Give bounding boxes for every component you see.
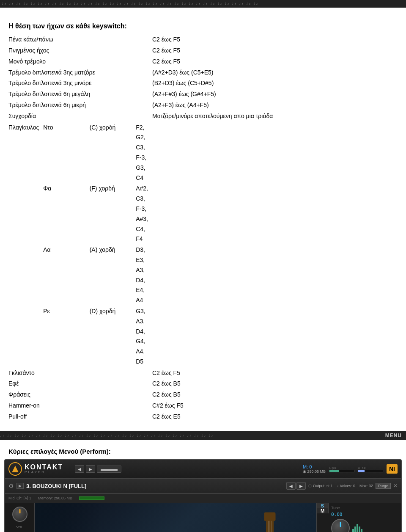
cpu-bar <box>329 470 354 472</box>
cpu-bar-fill <box>329 470 339 472</box>
tune-controls[interactable] <box>331 519 398 532</box>
instrument-left-sidebar: VOL <box>5 503 35 532</box>
nav-back-button[interactable]: ◀ <box>75 465 84 473</box>
level-bar-4 <box>359 526 360 532</box>
nav-forward-button[interactable]: ▶ <box>86 465 95 473</box>
table-row: Πνιγμένος ήχοςC2 έως F5 <box>8 45 393 56</box>
level-bar-3 <box>357 524 358 532</box>
kontakt-subtitle: PLAYER <box>25 471 63 474</box>
tune-label: Tune <box>331 506 398 510</box>
table-row: Pull-offC2 έως E5 <box>8 411 393 422</box>
expand-button[interactable]: ▶ <box>16 483 24 489</box>
gear-icon[interactable]: ⚙ <box>8 482 14 489</box>
menu-bar: ♩♪ ♩♪ ♩♪ ♩♪ ♩♪ ♩♪ ♩♪ ♩♪ ♩♪ ♩♪ ♩♪ ♩♪ ♩♪ ♩… <box>0 431 406 440</box>
main-knob[interactable] <box>12 507 27 522</box>
table-row: Hammer-onC#2 έως F5 <box>8 400 393 411</box>
output-info: ⬡ Output: st.1 <box>308 484 332 488</box>
kontakt-player: KONTAKT PLAYER ◀ ▶ ▬▬▬▬ M: 0 ◉ 290.05 MB… <box>4 459 402 532</box>
file-button[interactable]: ▬▬▬▬ <box>97 466 121 473</box>
inst-nav[interactable]: ◀ ▶ <box>286 482 306 490</box>
inst-forward-button[interactable]: ▶ <box>296 482 306 490</box>
memory-bar <box>79 496 104 500</box>
main-section-heading: Κύριες επιλογές Μενού (Perform): <box>0 440 406 459</box>
kontakt-text-logo: KONTAKT PLAYER <box>25 464 63 474</box>
solo-button[interactable]: S <box>317 503 329 508</box>
table-row: Τρέμολο διπλοπενιά 3ης ματζόρε(A#2+D3) έ… <box>8 67 393 78</box>
disk-bar-fill <box>358 470 365 472</box>
kontakt-header: KONTAKT PLAYER ◀ ▶ ▬▬▬▬ M: 0 ◉ 290.05 MB… <box>5 460 401 479</box>
table-row: ΦράσειςC2 έως B5 <box>8 389 393 400</box>
disk-stat: Disk <box>358 466 383 472</box>
text-section: Η θέση των ήχων σε κάθε keyswitch: Πένα … <box>0 8 406 431</box>
knob-label: VOL <box>16 525 23 529</box>
instrument-name: 3. BOUZOUKI N [FULL] <box>26 483 284 489</box>
level-bar-5 <box>361 529 362 532</box>
table-row: ΓκλισάντοC2 έως F5 <box>8 368 393 379</box>
midi-ch-info: Midi Ch: [A] 1 <box>8 496 31 500</box>
close-icon[interactable]: ✕ <box>393 483 398 489</box>
table-row: Τρέμολο διπλοπενιά 6η μεγάλη(A2+F#3) έως… <box>8 89 393 100</box>
inst-back-button[interactable]: ◀ <box>286 482 296 490</box>
floral-left-decoration: ❀ <box>35 503 102 532</box>
table-row: Πένα κάτω/πάνωC2 έως F5 <box>8 34 393 45</box>
table-row: Τρέμολο διπλοπενιά 3ης μινόρε(B2+D3) έως… <box>8 78 393 89</box>
kontakt-logo: KONTAKT PLAYER <box>8 462 63 476</box>
keyswitch-table: Πένα κάτω/πάνωC2 έως F5Πνιγμένος ήχοςC2 … <box>8 34 393 422</box>
section-title: Η θέση των ήχων σε κάθε keyswitch: <box>8 20 393 32</box>
instrument-info-row: Midi Ch: [A] 1 Memory: 290.05 MB <box>5 494 401 503</box>
instrument-main: VOL ❀ <box>5 503 401 532</box>
tune-section: Tune 0.00 <box>329 503 401 532</box>
disk-bar <box>358 470 383 472</box>
instrument-row: ⚙ ▶ 3. BOUZOUKI N [FULL] ◀ ▶ ⬡ Output: s… <box>5 479 401 494</box>
level-bar-1 <box>352 529 354 532</box>
logo-circle <box>8 462 22 476</box>
plagiaulos-table: ΠλαγίαυλοςΝτο(C) χορδήF2, G2, C3, F-3, G… <box>8 122 148 367</box>
max-info: Max: 32 <box>359 484 373 488</box>
border-pattern: ♩♪ ♩♪ ♩♪ ♩♪ ♩♪ ♩♪ ♩♪ ♩♪ ♩♪ ♩♪ ♩♪ ♩♪ ♩♪ ♩… <box>2 2 259 6</box>
tune-display: 0.00 <box>331 512 398 517</box>
level-bar-2 <box>354 526 356 532</box>
sm-stack: S M <box>317 503 329 532</box>
table-row: ΠλαγίαυλοςΝτο(C) χορδήF2, G2, C3, F-3, G… <box>8 122 393 368</box>
plagiaulos-row: ΠλαγίαυλοςΝτο(C) χορδήF2, G2, C3, F-3, G… <box>8 122 148 184</box>
level-bars <box>352 524 362 532</box>
table-row: Τρέμολο διπλοπενιά 6η μικρή(A2+F3) έως (… <box>8 100 393 111</box>
instrument-info: ⬡ Output: st.1 ♪ Voices: 0 Max: 32 <box>308 484 373 488</box>
instrument-artwork: ❀ <box>35 503 316 532</box>
midi-display: M: 0 ◉ 290.05 MB <box>303 464 326 474</box>
mute-button[interactable]: M <box>317 508 329 513</box>
menu-label[interactable]: MENU <box>385 433 402 438</box>
memory-info: Memory: 290.05 MB <box>38 496 72 500</box>
kontakt-name: KONTAKT <box>25 464 63 471</box>
voices-info: ♪ Voices: 0 <box>337 484 355 488</box>
floral-right-decoration: 🌿 <box>232 503 316 532</box>
table-row: Μονό τρέμολοC2 έως F5 <box>8 56 393 67</box>
ni-logo: NI <box>387 464 398 474</box>
cpu-stat: Cpu <box>329 466 354 472</box>
sm-section: S M Tune 0.00 <box>317 503 401 532</box>
table-row: ΣυγχορδίαΜατζόρε/μινόρε αποτελούμενη απο… <box>8 111 393 122</box>
logo-triangle <box>12 466 19 472</box>
tune-knob[interactable] <box>331 519 350 532</box>
bouzouki-background: ❀ <box>35 503 316 532</box>
menu-bar-pattern: ♩♪ ♩♪ ♩♪ ♩♪ ♩♪ ♩♪ ♩♪ ♩♪ ♩♪ ♩♪ ♩♪ ♩♪ ♩♪ ♩… <box>0 431 381 440</box>
top-border: ♩♪ ♩♪ ♩♪ ♩♪ ♩♪ ♩♪ ♩♪ ♩♪ ♩♪ ♩♪ ♩♪ ♩♪ ♩♪ ♩… <box>0 0 406 8</box>
table-row: ΕφέC2 έως B5 <box>8 378 393 389</box>
instrument-right-panel: S M Tune 0.00 <box>316 503 401 532</box>
kontakt-nav[interactable]: ◀ ▶ ▬▬▬▬ <box>75 465 121 473</box>
purge-button[interactable]: Purge <box>376 483 391 489</box>
